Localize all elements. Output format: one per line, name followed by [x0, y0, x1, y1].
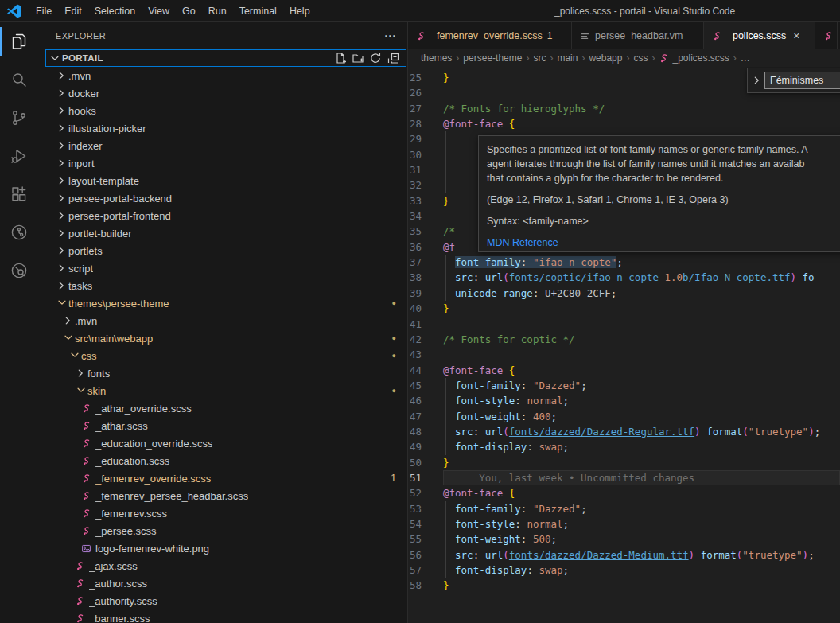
- run-debug-icon[interactable]: [0, 137, 38, 175]
- tree-item-fonts[interactable]: fonts: [38, 364, 407, 382]
- tree-item-skin[interactable]: skin●: [38, 382, 407, 399]
- tree-item--authority.scss[interactable]: _authority.scss: [38, 592, 407, 609]
- tree-item--ajax.scss[interactable]: _ajax.scss: [38, 557, 407, 574]
- menu-run[interactable]: Run: [202, 0, 233, 22]
- code-line-51[interactable]: 51 You, last week • Uncommitted changes: [408, 470, 840, 485]
- breadcrumb-item-webapp[interactable]: webapp: [589, 53, 622, 64]
- new-folder-icon[interactable]: [352, 52, 364, 64]
- code-line-55[interactable]: 55 font-weight: 500;: [408, 531, 840, 547]
- tree-item--author.scss[interactable]: _author.scss: [38, 574, 407, 592]
- code-line-48[interactable]: 48 src: url(fonts/dazzed/Dazzed-Regular.…: [408, 424, 840, 439]
- tree-item--femenrev-override.scss[interactable]: _femenrev_override.scss1: [38, 469, 407, 487]
- tree-item-portlets[interactable]: portlets: [38, 242, 407, 259]
- code-line-content: font-family: "ifao-n-copte";: [443, 255, 840, 270]
- tree-item-persee-portal-backend[interactable]: persee-portal-backend: [38, 189, 407, 207]
- code-line-52[interactable]: 52@font-face {: [408, 485, 840, 500]
- tree-item-portlet-builder[interactable]: portlet-builder: [38, 224, 407, 242]
- menu-file[interactable]: File: [29, 0, 58, 22]
- tree-item-.mvn[interactable]: .mvn: [38, 312, 407, 329]
- breadcrumb-item-themes[interactable]: themes: [421, 53, 452, 64]
- code-line-42[interactable]: 42/* Fonts for coptic */: [408, 332, 840, 347]
- tab-partial[interactable]: [815, 22, 838, 49]
- code-line-40[interactable]: 40}: [408, 301, 840, 316]
- code-line-content: @font-face {: [443, 485, 840, 500]
- source-control-icon[interactable]: [0, 99, 38, 137]
- menu-go[interactable]: Go: [176, 0, 202, 22]
- code-line-28[interactable]: 28@font-face {: [408, 116, 840, 131]
- collapse-all-icon[interactable]: [387, 52, 399, 64]
- code-line-56[interactable]: 56 src: url(fonts/dazzed/Dazzed-Medium.t…: [408, 547, 840, 563]
- tab-_femenrev_override.scss[interactable]: _femenrev_override.scss1: [408, 22, 572, 49]
- more-actions-icon[interactable]: ⋯: [384, 29, 396, 43]
- code-line-58[interactable]: 58}: [408, 578, 840, 593]
- menu-view[interactable]: View: [142, 0, 176, 22]
- tab-persee_headbar.vm[interactable]: persee_headbar.vm: [572, 22, 704, 49]
- tree-item--athar.scss[interactable]: _athar.scss: [38, 417, 407, 434]
- mdn-reference-link[interactable]: MDN Reference: [487, 236, 840, 250]
- menu-edit[interactable]: Edit: [58, 0, 88, 22]
- tree-item-css[interactable]: css●: [38, 347, 407, 364]
- tree-item-layout-template[interactable]: layout-template: [38, 172, 407, 189]
- tree-item--education-override.scss[interactable]: _education_override.scss: [38, 434, 407, 452]
- code-line-57[interactable]: 57 font-display: swap;: [408, 563, 840, 578]
- menu-selection[interactable]: Selection: [88, 0, 142, 22]
- code-line-54[interactable]: 54 font-style: normal;: [408, 516, 840, 531]
- section-header-portail[interactable]: PORTAIL: [45, 49, 406, 67]
- code-line-43[interactable]: 43: [408, 347, 840, 362]
- extensions-icon[interactable]: [0, 175, 38, 213]
- breadcrumb-item-main[interactable]: main: [557, 53, 578, 64]
- tree-item--banner.scss[interactable]: _banner.scss: [38, 609, 407, 623]
- tree-item-persee-portal-frontend[interactable]: persee-portal-frontend: [38, 207, 407, 224]
- code-line-27[interactable]: 27/* Fonts for hieroglyphs */: [408, 101, 840, 116]
- tree-item-docker[interactable]: docker: [38, 84, 407, 102]
- breadcrumb-item-src[interactable]: src: [533, 53, 546, 64]
- tree-item-.mvn[interactable]: .mvn: [38, 67, 407, 84]
- menu-terminal[interactable]: Terminal: [233, 0, 283, 22]
- code-line-46[interactable]: 46 font-style: normal;: [408, 393, 840, 408]
- explorer-icon[interactable]: [0, 22, 38, 60]
- git-history-icon[interactable]: [0, 213, 38, 251]
- tree-item-inport[interactable]: inport: [38, 154, 407, 172]
- search-icon[interactable]: [0, 60, 38, 99]
- new-file-icon[interactable]: [334, 52, 347, 64]
- tree-item-themes-persee-theme[interactable]: themes\persee-theme●: [38, 294, 407, 312]
- tree-item-logo-femenrev-white.png[interactable]: logo-femenrev-white.png: [38, 539, 407, 557]
- code-line-53[interactable]: 53 font-family: "Dazzed";: [408, 501, 840, 516]
- breadcrumb-item-css[interactable]: css: [633, 53, 648, 64]
- tree-item-hooks[interactable]: hooks: [38, 102, 407, 119]
- tab-_polices.scss[interactable]: _polices.scss×: [704, 22, 815, 49]
- tree-item-script[interactable]: script: [38, 259, 407, 277]
- tree-item--persee.scss[interactable]: _persee.scss: [38, 522, 407, 539]
- code-line-45[interactable]: 45 font-family: "Dazzed";: [408, 378, 840, 393]
- code-line-47[interactable]: 47 font-weight: 400;: [408, 409, 840, 424]
- code-line-49[interactable]: 49 font-display: swap;: [408, 439, 840, 454]
- breadcrumb-item-persee-theme[interactable]: persee-theme: [463, 53, 522, 64]
- tree-item--education.scss[interactable]: _education.scss: [38, 452, 407, 469]
- tree-item-indexer[interactable]: indexer: [38, 137, 407, 154]
- git-file-history-icon[interactable]: [0, 251, 38, 290]
- code-editor[interactable]: 25}2627/* Fonts for hieroglyphs */28@fon…: [408, 67, 840, 623]
- tree-item-label: portlet-builder: [68, 228, 132, 239]
- breadcrumb[interactable]: themes›persee-theme›src›main›webapp›css›…: [408, 49, 840, 67]
- breadcrumb-item--polices.scss[interactable]: _polices.scss: [659, 53, 729, 64]
- tree-item-src-main-webapp[interactable]: src\main\webapp●: [38, 329, 407, 347]
- toggle-replace-chevron-icon[interactable]: [751, 75, 762, 86]
- refresh-icon[interactable]: [369, 52, 382, 64]
- close-icon[interactable]: ×: [793, 30, 799, 41]
- find-input[interactable]: [764, 72, 840, 89]
- code-line-39[interactable]: 39 unicode-range: U+2C80-2CFF;: [408, 286, 840, 301]
- tree-item--femenrev-persee-headbar.scss[interactable]: _femenrev_persee_headbar.scss: [38, 487, 407, 504]
- tree-item--athar-override.scss[interactable]: _athar_override.scss: [38, 399, 407, 417]
- code-line-38[interactable]: 38 src: url(fonts/coptic/ifao-n-copte-1.…: [408, 270, 840, 285]
- tree-item--femenrev.scss[interactable]: _femenrev.scss: [38, 504, 407, 522]
- menu-help[interactable]: Help: [283, 0, 317, 22]
- tree-item-illustration-picker[interactable]: illustration-picker: [38, 119, 407, 137]
- code-line-41[interactable]: 41: [408, 317, 840, 332]
- code-line-37[interactable]: 37 font-family: "ifao-n-copte";: [408, 255, 840, 270]
- tree-item-tasks[interactable]: tasks: [38, 277, 407, 294]
- code-line-content: font-display: swap;: [443, 439, 840, 454]
- code-line-44[interactable]: 44@font-face {: [408, 363, 840, 378]
- code-line-50[interactable]: 50}: [408, 455, 840, 470]
- breadcrumb-item--[interactable]: …: [741, 53, 750, 64]
- vscode-logo-icon: [7, 4, 21, 18]
